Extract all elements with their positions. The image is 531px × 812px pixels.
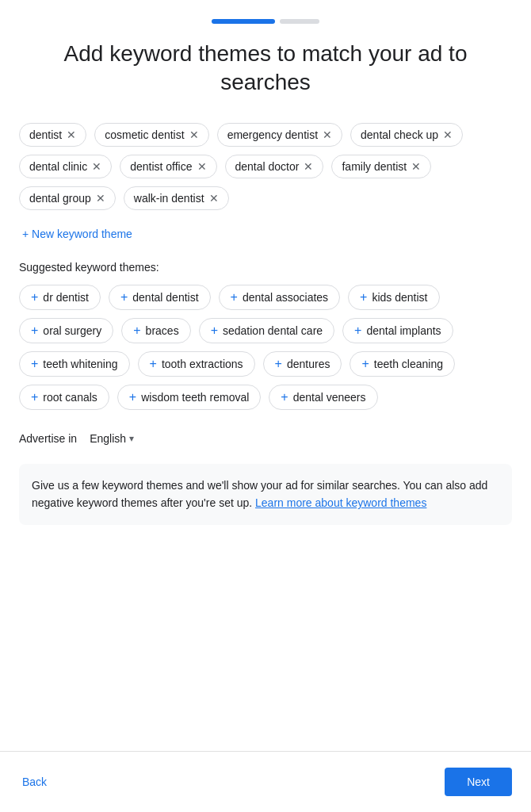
suggest-tag-label: dr dentist <box>43 291 89 304</box>
suggested-tag-teeth-whitening[interactable]: +teeth whitening <box>19 351 130 377</box>
remove-tag-icon[interactable]: ✕ <box>92 161 101 172</box>
tag-label: dental doctor <box>235 160 300 173</box>
suggested-tag-dental-veneers[interactable]: +dental veneers <box>269 385 377 410</box>
remove-tag-icon[interactable]: ✕ <box>67 129 76 140</box>
suggest-tag-label: teeth cleaning <box>374 358 443 370</box>
advertise-in-label: Advertise in <box>19 432 77 445</box>
suggest-tag-label: dental implants <box>366 324 441 337</box>
suggest-tag-label: teeth whitening <box>43 358 117 370</box>
remove-tag-icon[interactable]: ✕ <box>209 193 219 204</box>
info-section: Give us a few keyword themes and we'll s… <box>19 464 512 525</box>
suggested-tag-dr-dentist[interactable]: +dr dentist <box>19 285 101 310</box>
suggested-tag-kids-dentist[interactable]: +kids dentist <box>348 285 439 310</box>
suggested-tags-container: +dr dentist+dental dentist+dental associ… <box>19 285 512 410</box>
plus-icon: + <box>361 358 369 370</box>
suggested-tag-dental-implants[interactable]: +dental implants <box>342 318 453 343</box>
plus-icon: + <box>281 391 288 404</box>
dropdown-arrow-icon: ▾ <box>129 433 134 444</box>
plus-icon: + <box>231 291 238 304</box>
tag-label: dental group <box>29 192 91 205</box>
selected-tag-dentist-office[interactable]: dentist office✕ <box>120 155 216 178</box>
plus-icon: + <box>120 291 128 304</box>
suggest-tag-label: wisdom teeth removal <box>141 391 249 404</box>
plus-icon: + <box>31 391 38 404</box>
new-keyword-label: + New keyword theme <box>22 228 132 240</box>
selected-tag-dentist[interactable]: dentist✕ <box>19 123 86 147</box>
suggested-tag-dental-dentist[interactable]: +dental dentist <box>109 285 211 310</box>
selected-tag-walk-in-dentist[interactable]: walk-in dentist✕ <box>124 186 229 210</box>
selected-tag-dental-clinic[interactable]: dental clinic✕ <box>19 155 112 178</box>
suggested-tag-dentures[interactable]: +dentures <box>263 351 342 377</box>
progress-filled <box>212 19 275 24</box>
remove-tag-icon[interactable]: ✕ <box>197 161 207 172</box>
selected-tag-emergency-dentist[interactable]: emergency dentist✕ <box>217 123 342 147</box>
new-keyword-theme-button[interactable]: + New keyword theme <box>19 223 136 245</box>
remove-tag-icon[interactable]: ✕ <box>304 161 313 172</box>
plus-icon: + <box>275 358 282 370</box>
suggest-tag-label: root canals <box>43 391 97 404</box>
back-button[interactable]: Back <box>19 769 50 795</box>
suggested-tag-sedation-dental-care[interactable]: +sedation dental care <box>199 318 334 343</box>
plus-icon: + <box>354 324 361 337</box>
plus-icon: + <box>31 324 38 337</box>
remove-tag-icon[interactable]: ✕ <box>323 129 332 140</box>
selected-tags-container: dentist✕cosmetic dentist✕emergency denti… <box>19 123 512 210</box>
page-title: Add keyword themes to match your ad to s… <box>19 40 512 98</box>
plus-icon: + <box>31 358 38 370</box>
suggested-tag-oral-surgery[interactable]: +oral surgery <box>19 318 113 343</box>
suggested-tag-root-canals[interactable]: +root canals <box>19 385 109 410</box>
plus-icon: + <box>211 324 218 337</box>
suggest-tag-label: braces <box>146 324 179 337</box>
suggested-tag-braces[interactable]: +braces <box>121 318 190 343</box>
suggested-label: Suggested keyword themes: <box>19 261 512 274</box>
suggested-tag-teeth-cleaning[interactable]: +teeth cleaning <box>350 351 455 377</box>
next-button[interactable]: Next <box>445 768 512 796</box>
selected-tag-dental-doctor[interactable]: dental doctor✕ <box>225 155 324 178</box>
suggest-tag-label: dental associates <box>243 291 328 304</box>
tag-label: dentist <box>29 128 62 141</box>
suggest-tag-label: sedation dental care <box>223 324 323 337</box>
suggest-tag-label: dentures <box>287 358 330 370</box>
progress-bar <box>212 19 319 24</box>
suggest-tag-label: dental dentist <box>132 291 198 304</box>
plus-icon: + <box>31 291 38 304</box>
selected-tag-family-dentist[interactable]: family dentist✕ <box>331 155 431 178</box>
tag-label: emergency dentist <box>227 128 318 141</box>
footer: Back Next <box>0 752 531 812</box>
selected-tag-dental-group[interactable]: dental group✕ <box>19 186 116 210</box>
tag-label: dentist office <box>130 160 192 173</box>
tag-label: dental check up <box>361 128 438 141</box>
remove-tag-icon[interactable]: ✕ <box>96 193 105 204</box>
learn-more-link[interactable]: Learn more about keyword themes <box>255 496 426 509</box>
plus-icon: + <box>150 358 157 370</box>
remove-tag-icon[interactable]: ✕ <box>189 129 199 140</box>
remove-tag-icon[interactable]: ✕ <box>443 129 453 140</box>
suggested-tag-tooth-extractions[interactable]: +tooth extractions <box>138 351 255 377</box>
suggest-tag-label: kids dentist <box>372 291 427 304</box>
plus-icon: + <box>360 291 367 304</box>
plus-icon: + <box>133 324 140 337</box>
tag-label: dental clinic <box>29 160 87 173</box>
selected-tag-cosmetic-dentist[interactable]: cosmetic dentist✕ <box>94 123 208 147</box>
language-selector[interactable]: English ▾ <box>90 432 134 445</box>
advertise-section: Advertise in English ▾ <box>19 432 512 445</box>
language-value: English <box>90 432 126 445</box>
tag-label: family dentist <box>342 160 407 173</box>
info-text: Give us a few keyword themes and we'll s… <box>32 477 499 512</box>
suggest-tag-label: tooth extractions <box>162 358 243 370</box>
suggest-tag-label: oral surgery <box>43 324 101 337</box>
suggest-tag-label: dental veneers <box>293 391 366 404</box>
progress-empty <box>280 19 319 24</box>
plus-icon: + <box>129 391 136 404</box>
remove-tag-icon[interactable]: ✕ <box>411 161 421 172</box>
progress-container <box>0 0 531 40</box>
tag-label: cosmetic dentist <box>105 128 184 141</box>
suggested-tag-dental-associates[interactable]: +dental associates <box>219 285 341 310</box>
tag-label: walk-in dentist <box>134 192 204 205</box>
suggested-tag-wisdom-teeth-removal[interactable]: +wisdom teeth removal <box>117 385 262 410</box>
selected-tag-dental-check-up[interactable]: dental check up✕ <box>350 123 463 147</box>
